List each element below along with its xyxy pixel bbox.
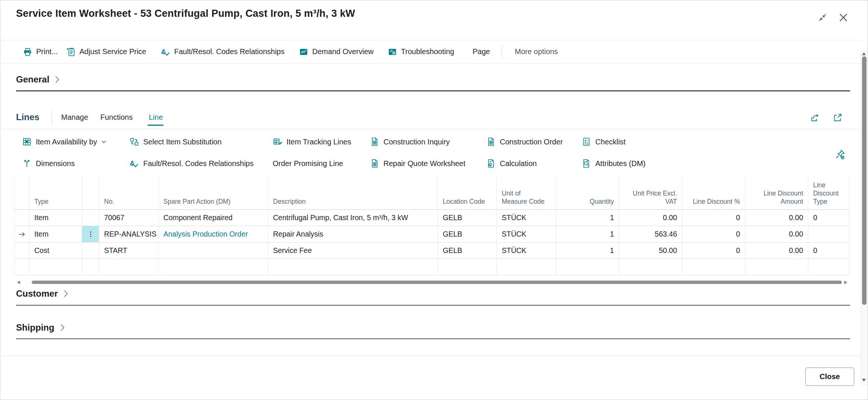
vscroll-down-arrow[interactable]	[862, 379, 866, 382]
calculation-button[interactable]: % Calculation	[486, 153, 537, 174]
select-item-substitution-button[interactable]: Select Item Substitution	[129, 132, 222, 152]
cell-location-code[interactable]: GELB	[438, 243, 497, 259]
cell-quantity[interactable]: 1	[556, 210, 619, 226]
vertical-scrollbar-thumb[interactable]	[862, 56, 867, 305]
cell-spare-part-action[interactable]: Component Repaired	[159, 210, 268, 226]
cell-type[interactable]: Cost	[29, 243, 82, 259]
cell-line-discount-amount[interactable]: 0.00	[745, 226, 808, 243]
col-header-unit-of-measure-code[interactable]: Unit of Measure Code	[497, 176, 556, 210]
order-promising-line-button[interactable]: Order Promising Line	[273, 153, 343, 174]
section-shipping[interactable]: Shipping	[16, 322, 65, 333]
cell-row-menu-selected[interactable]	[82, 226, 99, 243]
row-marker-cell-selected[interactable]	[15, 226, 29, 243]
cell-line-discount-type[interactable]: 0	[808, 210, 849, 226]
cell-line-discount-pct[interactable]: 0	[682, 243, 745, 259]
close-icon[interactable]	[837, 12, 849, 24]
cell-row-menu[interactable]	[82, 243, 99, 259]
cell-unit-of-measure-code[interactable]: STÜCK	[497, 210, 556, 226]
item-availability-by-button[interactable]: Item Availability by	[22, 132, 107, 152]
print-button[interactable]: Print...	[23, 40, 58, 63]
cell-description[interactable]: Centrifugal Pump, Cast Iron, 5 m³/h, 3 k…	[268, 210, 438, 226]
page-menu-button[interactable]: Page	[473, 40, 490, 63]
empty-row-cell[interactable]	[82, 259, 99, 275]
cell-unit-price-excl-vat[interactable]: 563.46	[619, 226, 682, 243]
cell-line-discount-pct[interactable]: 0	[682, 210, 745, 226]
empty-row-cell[interactable]	[99, 259, 159, 275]
col-header-line-discount-type[interactable]: Line Discount Type	[808, 176, 849, 210]
empty-row-cell[interactable]	[682, 259, 745, 275]
horizontal-scrollbar-thumb[interactable]	[32, 281, 842, 284]
col-header-line-discount-pct[interactable]: Line Discount %	[682, 176, 745, 210]
construction-order-button[interactable]: Construction Order	[486, 132, 563, 152]
cell-line-discount-amount[interactable]: 0.00	[745, 243, 808, 259]
cell-row-menu[interactable]	[82, 210, 99, 226]
section-general[interactable]: General	[16, 74, 60, 85]
empty-row-cell[interactable]	[745, 259, 808, 275]
share-icon[interactable]	[810, 112, 820, 123]
checklist-button[interactable]: Checklist	[582, 132, 626, 152]
cell-spare-part-action-link[interactable]: Analysis Production Order	[159, 226, 268, 243]
cell-line-discount-type[interactable]: 0	[808, 243, 849, 259]
demand-overview-button[interactable]: Demand Overview	[299, 40, 374, 63]
item-tracking-lines-button[interactable]: Item Tracking Lines	[273, 132, 351, 152]
empty-row-cell[interactable]	[497, 259, 556, 275]
tab-functions[interactable]: Functions	[100, 113, 133, 122]
empty-row-cell[interactable]	[268, 259, 438, 275]
hscroll-left-arrow[interactable]	[17, 281, 20, 284]
empty-row-cell[interactable]	[159, 259, 268, 275]
more-options-button[interactable]: More options	[515, 40, 558, 63]
cell-description[interactable]: Repair Analysis	[268, 226, 438, 243]
col-header-location-code[interactable]: Location Code	[438, 176, 497, 210]
repair-quote-worksheet-button[interactable]: Repair Quote Worksheet	[370, 153, 466, 174]
col-header-unit-price-excl-vat[interactable]: Unit Price Excl. VAT	[619, 176, 682, 210]
empty-row-cell[interactable]	[808, 259, 849, 275]
construction-inquiry-button[interactable]: Construction Inquiry	[370, 132, 450, 152]
cell-type[interactable]: Item	[29, 226, 82, 243]
cell-unit-price-excl-vat[interactable]: 50.00	[619, 243, 682, 259]
dimensions-button[interactable]: Dimensions	[22, 153, 75, 174]
hscroll-right-arrow[interactable]	[844, 281, 847, 284]
row-marker-cell[interactable]	[15, 243, 29, 259]
cell-type[interactable]: Item	[29, 210, 82, 226]
cell-quantity[interactable]: 1	[556, 226, 619, 243]
expand-part-icon[interactable]	[833, 112, 843, 123]
cell-unit-of-measure-code[interactable]: STÜCK	[497, 243, 556, 259]
row-marker-cell[interactable]	[15, 210, 29, 226]
cell-spare-part-action[interactable]	[159, 243, 268, 259]
empty-row-cell[interactable]	[15, 259, 29, 275]
cell-line-discount-amount[interactable]: 0.00	[745, 210, 808, 226]
empty-row-cell[interactable]	[29, 259, 82, 275]
attributes-dm-button[interactable]: Attributes (DM)	[582, 153, 645, 174]
cell-no[interactable]: START	[99, 243, 159, 259]
col-header-no[interactable]: No.	[99, 176, 159, 210]
cell-no[interactable]: 70067	[99, 210, 159, 226]
pin-off-icon[interactable]	[834, 149, 846, 160]
adjust-service-price-button[interactable]: Adjust Service Price	[66, 40, 146, 63]
tab-manage[interactable]: Manage	[61, 113, 88, 122]
fault-resol-codes-line-button[interactable]: & Fault/Resol. Codes Relationships	[129, 153, 254, 174]
section-customer[interactable]: Customer	[16, 288, 69, 299]
close-button[interactable]: Close	[805, 368, 854, 386]
restore-window-icon[interactable]	[817, 12, 828, 23]
fault-resol-codes-button[interactable]: & Fault/Resol. Codes Relationships	[161, 40, 285, 63]
col-header-quantity[interactable]: Quantity	[556, 176, 619, 210]
empty-row-cell[interactable]	[619, 259, 682, 275]
tab-line[interactable]: Line	[149, 113, 163, 122]
cell-no[interactable]: REP-ANALYSIS	[99, 226, 159, 243]
troubleshooting-button[interactable]: Troubleshooting	[388, 40, 454, 63]
col-header-line-discount-amount[interactable]: Line Discount Amount	[745, 176, 808, 210]
cell-line-discount-pct[interactable]: 0	[682, 226, 745, 243]
col-header-type[interactable]: Type	[29, 176, 82, 210]
cell-location-code[interactable]: GELB	[438, 226, 497, 243]
cell-description[interactable]: Service Fee	[268, 243, 438, 259]
col-header-description[interactable]: Description	[268, 176, 438, 210]
col-header-spare-part-action[interactable]: Spare Part Action (DM)	[159, 176, 268, 210]
cell-unit-of-measure-code[interactable]: STÜCK	[497, 226, 556, 243]
empty-row-cell[interactable]	[556, 259, 619, 275]
cell-line-discount-type[interactable]	[808, 226, 849, 243]
cell-quantity[interactable]: 1	[556, 243, 619, 259]
vscroll-up-arrow[interactable]	[862, 52, 866, 55]
empty-row-cell[interactable]	[438, 259, 497, 275]
cell-location-code[interactable]: GELB	[438, 210, 497, 226]
cell-unit-price-excl-vat[interactable]: 0.00	[619, 210, 682, 226]
